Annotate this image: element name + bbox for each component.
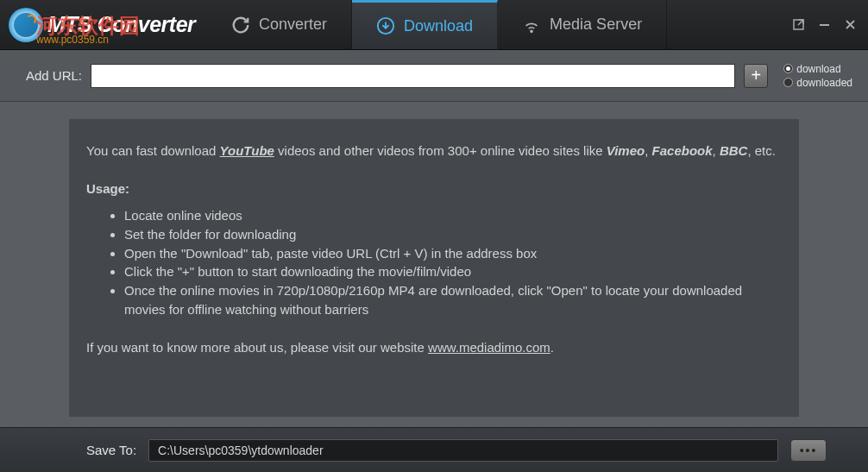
main-tabs: Converter Download Media Server: [207, 0, 667, 49]
list-item: Set the folder for downloading: [124, 225, 782, 244]
radio-downloaded[interactable]: downloaded: [783, 77, 852, 89]
download-icon: [376, 16, 395, 35]
refresh-icon: [231, 16, 250, 35]
url-bar: Add URL: + download downloaded: [0, 50, 868, 102]
usage-heading: Usage:: [86, 178, 782, 200]
tab-label: Converter: [259, 16, 327, 34]
list-item: Click the "+" button to start downloadin…: [124, 262, 782, 281]
list-item: Once the online movies in 720p/1080p/216…: [124, 281, 782, 319]
save-path-input[interactable]: [148, 439, 778, 462]
svg-point-1: [531, 30, 532, 32]
watermark-url: www.pc0359.cn: [36, 34, 109, 46]
wifi-icon: [522, 16, 541, 35]
filter-radio-group: download downloaded: [783, 63, 852, 89]
tab-download[interactable]: Download: [352, 0, 498, 49]
radio-label: download: [796, 63, 840, 75]
add-url-button[interactable]: +: [744, 64, 768, 88]
content-area: You can fast download YouTube videos and…: [0, 102, 868, 421]
save-to-label: Save To:: [86, 443, 136, 457]
youtube-link[interactable]: YouTube: [220, 143, 274, 158]
list-item: Open the "Download" tab, paste video URL…: [124, 244, 782, 263]
radio-icon: [783, 64, 793, 73]
tab-label: Media Server: [550, 16, 642, 34]
browse-button[interactable]: •••: [790, 439, 827, 462]
list-item: Locate online videos: [124, 206, 782, 225]
logo-area: MTS Converter 河东软件园 www.pc0359.cn: [0, 8, 207, 42]
close-button[interactable]: [844, 19, 856, 31]
tab-media-server[interactable]: Media Server: [498, 0, 667, 49]
radio-icon: [783, 78, 793, 87]
radio-download[interactable]: download: [783, 63, 852, 75]
website-text: If you want to know more about us, pleas…: [86, 337, 782, 359]
tab-label: Download: [404, 17, 473, 35]
usage-list: Locate online videos Set the folder for …: [86, 206, 782, 319]
website-link[interactable]: www.mediadimo.com: [428, 340, 550, 355]
tab-converter[interactable]: Converter: [207, 0, 352, 49]
title-bar: MTS Converter 河东软件园 www.pc0359.cn Conver…: [0, 0, 868, 50]
footer-bar: Save To: •••: [0, 427, 868, 472]
radio-label: downloaded: [796, 77, 852, 89]
expand-button[interactable]: [792, 19, 804, 31]
window-controls: [792, 19, 868, 31]
info-panel: You can fast download YouTube videos and…: [69, 119, 799, 417]
url-label: Add URL:: [26, 68, 82, 83]
url-input[interactable]: [91, 64, 735, 88]
minimize-button[interactable]: [818, 19, 830, 31]
intro-text: You can fast download YouTube videos and…: [86, 140, 782, 162]
